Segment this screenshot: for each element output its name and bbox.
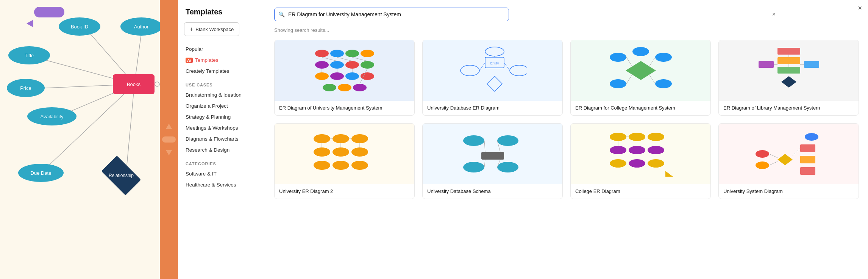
app-container: Book ID Author Title Books Price Availab… <box>0 0 868 279</box>
svg-rect-97 <box>800 167 815 175</box>
svg-point-8 <box>315 50 329 57</box>
sidebar-item-strategy[interactable]: Strategy & Planning <box>178 111 265 122</box>
template-card-6[interactable]: University Database Schema <box>422 123 563 199</box>
sidebar-item-ai-templates[interactable]: Ai Templates <box>178 55 265 66</box>
ai-templates-label: Templates <box>195 57 219 63</box>
organize-label: Organize a Project <box>186 103 228 109</box>
template-card-4[interactable]: ER Diagram of Library Management System <box>718 40 859 116</box>
template-card-2[interactable]: Entity University Database ER Diagram <box>422 40 563 116</box>
sidebar-item-popular[interactable]: Popular <box>178 44 265 55</box>
svg-line-36 <box>479 63 485 71</box>
svg-point-82 <box>610 133 626 141</box>
svg-point-88 <box>610 159 626 168</box>
sidebar-item-meetings[interactable]: Meetings & Workshops <box>178 122 265 133</box>
svg-point-35 <box>485 47 504 56</box>
svg-rect-49 <box>777 48 800 55</box>
thumb-svg-2: Entity <box>459 46 527 95</box>
sidebar-title: Templates <box>178 8 265 22</box>
er-node-price: Price <box>7 79 45 97</box>
svg-line-6 <box>127 84 134 165</box>
orange-arrow-down <box>166 150 172 155</box>
svg-point-59 <box>314 134 330 143</box>
thumb-svg-3 <box>607 46 675 95</box>
template-info-8: University System Diagram <box>719 184 859 199</box>
thumb-svg-1 <box>311 46 379 95</box>
search-clear-button[interactable]: × <box>772 11 776 17</box>
svg-point-22 <box>353 84 367 91</box>
svg-marker-98 <box>777 154 793 165</box>
svg-marker-39 <box>626 61 656 80</box>
sidebar-item-software-it[interactable]: Software & IT <box>178 168 265 179</box>
svg-point-44 <box>632 47 649 56</box>
template-thumb-7 <box>571 124 710 184</box>
sidebar: Templates + Blank Workspace Popular Ai T… <box>178 0 265 279</box>
healthcare-label: Healthcare & Services <box>186 182 236 188</box>
svg-point-20 <box>323 84 336 91</box>
svg-line-25 <box>352 57 367 61</box>
svg-line-23 <box>322 57 337 61</box>
plus-icon: + <box>190 26 193 33</box>
svg-point-90 <box>648 159 664 168</box>
search-container: 🔍 × <box>274 8 859 21</box>
svg-text:Entity: Entity <box>490 61 499 65</box>
template-card-8[interactable]: University System Diagram <box>718 123 859 199</box>
svg-line-45 <box>626 57 632 67</box>
template-name-6: University Database Schema <box>427 188 558 195</box>
svg-line-101 <box>793 148 800 156</box>
canvas-area: Book ID Author Title Books Price Availab… <box>0 0 178 279</box>
svg-point-41 <box>655 53 672 62</box>
sidebar-item-diagrams[interactable]: Diagrams & Flowcharts <box>178 133 265 144</box>
svg-point-83 <box>629 133 645 141</box>
categories-section: Software & IT Healthcare & Services <box>178 168 265 190</box>
svg-point-15 <box>361 61 374 69</box>
svg-point-16 <box>315 72 329 80</box>
template-thumb-8 <box>719 124 859 184</box>
template-card-1[interactable]: ER Diagram of University Management Syst… <box>274 40 415 116</box>
meetings-label: Meetings & Workshops <box>186 125 238 131</box>
svg-point-94 <box>805 133 818 141</box>
svg-point-61 <box>351 134 368 143</box>
svg-marker-91 <box>665 171 673 177</box>
svg-point-40 <box>610 53 626 62</box>
nav-section: Popular Ai Templates Creately Templates <box>178 44 265 77</box>
template-info-1: ER Diagram of University Management Syst… <box>275 101 414 115</box>
svg-line-102 <box>769 154 777 158</box>
use-cases-section: Brainstorming & Ideation Organize a Proj… <box>178 89 265 155</box>
blank-workspace-button[interactable]: + Blank Workspace <box>184 22 239 36</box>
svg-line-5 <box>42 84 134 172</box>
svg-rect-51 <box>777 67 800 74</box>
template-name-7: College ER Diagram <box>575 188 706 195</box>
svg-point-13 <box>330 61 344 69</box>
svg-point-18 <box>345 72 359 80</box>
svg-line-78 <box>484 141 485 152</box>
svg-line-80 <box>484 160 485 167</box>
template-name-2: University Database ER Diagram <box>427 105 558 111</box>
search-input[interactable] <box>274 8 509 21</box>
template-info-5: University ER Diagram 2 <box>275 184 414 199</box>
sidebar-item-brainstorming[interactable]: Brainstorming & Ideation <box>178 89 265 100</box>
svg-marker-32 <box>487 76 502 91</box>
svg-point-19 <box>361 72 374 80</box>
template-card-5[interactable]: University ER Diagram 2 <box>274 123 415 199</box>
template-info-7: College ER Diagram <box>571 184 710 199</box>
template-thumb-5 <box>275 124 414 184</box>
template-card-3[interactable]: ER Diagram for College Management System <box>570 40 711 116</box>
svg-point-7 <box>155 82 159 86</box>
sidebar-item-creately-templates[interactable]: Creately Templates <box>178 66 265 77</box>
close-button[interactable]: × <box>858 5 862 11</box>
sidebar-item-healthcare[interactable]: Healthcare & Services <box>178 179 265 190</box>
svg-point-87 <box>648 146 664 154</box>
er-node-duedate: Due Date <box>18 164 64 182</box>
sidebar-item-research[interactable]: Research & Design <box>178 144 265 155</box>
svg-rect-96 <box>800 156 815 163</box>
template-name-5: University ER Diagram 2 <box>279 188 410 195</box>
er-node-title: Title <box>8 46 50 64</box>
svg-line-103 <box>769 161 777 165</box>
template-card-7[interactable]: College ER Diagram <box>570 123 711 199</box>
svg-point-60 <box>333 134 349 143</box>
template-info-6: University Database Schema <box>423 184 562 199</box>
er-node-books: Books <box>113 74 155 94</box>
template-thumb-1 <box>275 40 414 101</box>
sidebar-item-organize[interactable]: Organize a Project <box>178 100 265 111</box>
svg-point-14 <box>345 61 359 69</box>
